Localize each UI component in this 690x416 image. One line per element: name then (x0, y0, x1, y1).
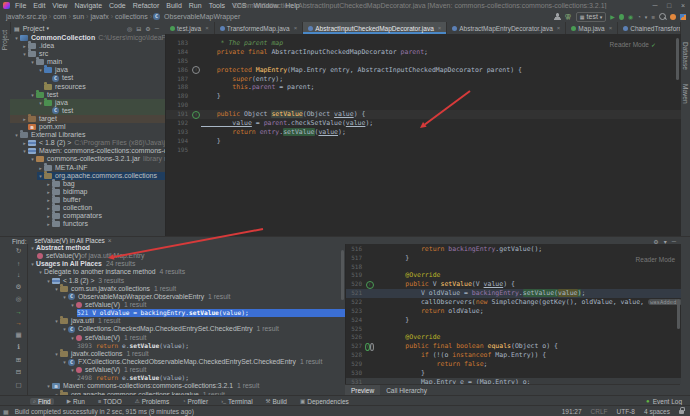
close-icon[interactable]: × (294, 25, 298, 31)
project-tree-row[interactable]: ▾commons-collections-3.2.1.jar library r… (10, 155, 165, 163)
preview-toggle-icon[interactable]: ▢ (15, 381, 21, 389)
find-result-row[interactable]: ▾com.sun.javafx.collections1 result (27, 285, 345, 293)
breadcrumb-item[interactable]: com (53, 13, 66, 20)
line-ending-widget[interactable]: CRLF (591, 408, 608, 415)
find-tree-scrollbar[interactable] (341, 250, 344, 300)
project-tree-row[interactable]: mpom.xml (10, 123, 165, 131)
tree-chevron-icon[interactable]: ▸ (21, 42, 28, 50)
tree-chevron-icon[interactable]: ▾ (61, 325, 68, 333)
tree-chevron-icon[interactable]: ▾ (29, 260, 36, 268)
jump-to-source-icon[interactable]: → (15, 319, 22, 326)
project-tree-row[interactable]: ▾test (10, 91, 165, 99)
breadcrumb-item[interactable]: sun (73, 13, 84, 20)
open-in-editor-icon[interactable]: → (15, 308, 22, 315)
preview-editor[interactable]: 515 public V getValue() {516 return back… (345, 244, 681, 384)
find-result-row[interactable]: ▾CCollections.CheckedMap.CheckedEntrySet… (27, 325, 345, 333)
close-icon[interactable]: × (557, 25, 561, 31)
project-tree-row[interactable]: resources (10, 83, 165, 91)
tree-chevron-icon[interactable]: ▾ (53, 350, 60, 358)
rerun-icon[interactable]: ↻ (16, 247, 21, 255)
plugin-flag-icon[interactable] (680, 14, 686, 20)
find-result-row[interactable]: ▾setValue(V)1 result (27, 334, 345, 342)
override-marker-icon[interactable]: ↑ (192, 111, 200, 119)
find-result-row[interactable]: 2498return e.setValue(value); (27, 374, 345, 382)
collapse-all-icon[interactable]: ⊟ (16, 368, 21, 376)
find-result-row[interactable]: ▾mMaven: commons-collections:commons-col… (27, 382, 345, 390)
tree-chevron-icon[interactable]: ▾ (37, 66, 44, 74)
reader-mode-label[interactable]: Reader Mode ✓ (610, 41, 656, 48)
close-icon[interactable]: × (676, 2, 690, 9)
project-tree-row[interactable]: ▸functors (10, 220, 165, 228)
find-result-row[interactable]: ▾setValue(V)1 result (27, 301, 345, 309)
tree-chevron-icon[interactable]: ▾ (13, 131, 20, 139)
show-info-icon[interactable]: ℹ (17, 343, 19, 351)
find-result-row[interactable]: ▾CObservableMapWrapper.ObservableEntry1 … (27, 293, 345, 301)
settings-icon[interactable]: ⚙ (145, 25, 150, 32)
find-result-row[interactable]: 521V oldValue = backingEntry.setValue(va… (27, 309, 345, 317)
find-result-row[interactable]: ▾< 1.8 (2) >3 results (27, 277, 345, 285)
minimize-icon[interactable]: ─ (648, 2, 662, 9)
project-tree-row[interactable]: ▸bidimap (10, 188, 165, 196)
menu-view[interactable]: View (52, 2, 67, 9)
editor-tab[interactable]: test.java× (165, 22, 215, 34)
breadcrumb-item[interactable]: ObservableMapWrapper (164, 13, 240, 20)
tool-window-button-run[interactable]: ▶Run (67, 398, 85, 405)
tree-chevron-icon[interactable]: ▸ (45, 204, 52, 212)
tree-chevron-icon[interactable]: ▾ (21, 50, 28, 58)
menu-build[interactable]: Build (166, 2, 182, 9)
tree-chevron-icon[interactable]: ▾ (29, 58, 36, 66)
coverage-icon[interactable]: ◉ (628, 13, 633, 20)
project-tree-row[interactable]: ▸collection (10, 204, 165, 212)
tree-chevron-icon[interactable]: ▾ (37, 172, 44, 180)
tree-chevron-icon[interactable]: ▾ (21, 147, 28, 155)
menu-code[interactable]: Code (109, 2, 126, 9)
stripe-tab-project[interactable]: Project (1, 30, 8, 50)
breadcrumb-item[interactable]: javafx-src.zip (6, 13, 47, 20)
tree-chevron-icon[interactable]: ▾ (69, 366, 76, 374)
project-tree-row[interactable]: ▸< 1.8 (2) > C:\Program Files (x86)\Java… (10, 139, 165, 147)
tree-chevron-icon[interactable]: ▾ (69, 334, 76, 342)
tool-window-button-dependencies[interactable]: ▣Dependencies (300, 398, 349, 405)
indent-widget[interactable]: 4 spaces (644, 408, 670, 415)
editor-scrollbar[interactable] (676, 38, 679, 80)
settings-icon[interactable]: ⚙ (16, 283, 22, 291)
tree-chevron-icon[interactable]: ▾ (61, 293, 68, 301)
project-tree-row[interactable]: ▸buffer (10, 196, 165, 204)
encoding-widget[interactable]: UTF-8 (617, 408, 635, 415)
project-tree-row[interactable]: ▾Maven: commons-collections:commons-coll… (10, 147, 165, 155)
find-result-row[interactable]: ▾CFXCollections.CheckedObservableMap.Che… (27, 358, 345, 366)
tree-chevron-icon[interactable]: ▸ (45, 180, 52, 188)
close-icon[interactable]: × (205, 25, 209, 31)
collapse-all-icon[interactable]: ⊟ (136, 25, 141, 32)
search-icon[interactable] (659, 13, 666, 20)
project-tree-row[interactable]: ▾java (10, 99, 165, 107)
menu-file[interactable]: File (15, 2, 26, 9)
tree-chevron-icon[interactable]: ▸ (45, 220, 52, 228)
project-tree-row[interactable]: ▾External Libraries (10, 131, 165, 139)
implemented-marker-icon[interactable]: ↑ (192, 66, 200, 74)
project-tree-row[interactable]: Ctest (10, 107, 165, 115)
menu-navigate[interactable]: Navigate (74, 2, 102, 9)
tool-window-switcher-icon[interactable]: ▦ (3, 408, 9, 415)
debug-icon[interactable] (619, 14, 624, 20)
editor-tab[interactable]: Map.java× (566, 22, 618, 34)
project-panel-header[interactable]: ▤ Project ▾ ◎⊟⚙─ (10, 22, 165, 34)
pin-icon[interactable]: ◎ (16, 295, 22, 303)
hide-icon[interactable]: ─ (155, 25, 159, 32)
find-result-row[interactable]: setValue(V) of java.util.Map.Entry (27, 252, 345, 260)
tree-chevron-icon[interactable]: ▸ (21, 139, 28, 147)
menu-refactor[interactable]: Refactor (133, 2, 159, 9)
event-log-button[interactable]: ● Event Log (646, 398, 682, 405)
close-icon[interactable]: × (438, 25, 442, 31)
tool-window-button-problems[interactable]: ⚠Problems (135, 398, 169, 405)
run-config-select[interactable]: ▦ test ▾ (576, 12, 607, 22)
override-marker-icon[interactable]: ↑ (365, 343, 370, 351)
tree-chevron-icon[interactable]: ▾ (45, 382, 52, 390)
maximize-icon[interactable]: □ (662, 2, 676, 9)
project-tree-row[interactable]: ▸META-INF (10, 164, 165, 172)
close-icon[interactable]: × (609, 25, 613, 31)
project-tree-row[interactable]: ▸bag (10, 180, 165, 188)
build-hammer-icon[interactable]: ⚢ (565, 13, 572, 21)
tree-chevron-icon[interactable]: ▸ (37, 164, 44, 172)
project-tree-row[interactable]: Ctest (10, 74, 165, 82)
